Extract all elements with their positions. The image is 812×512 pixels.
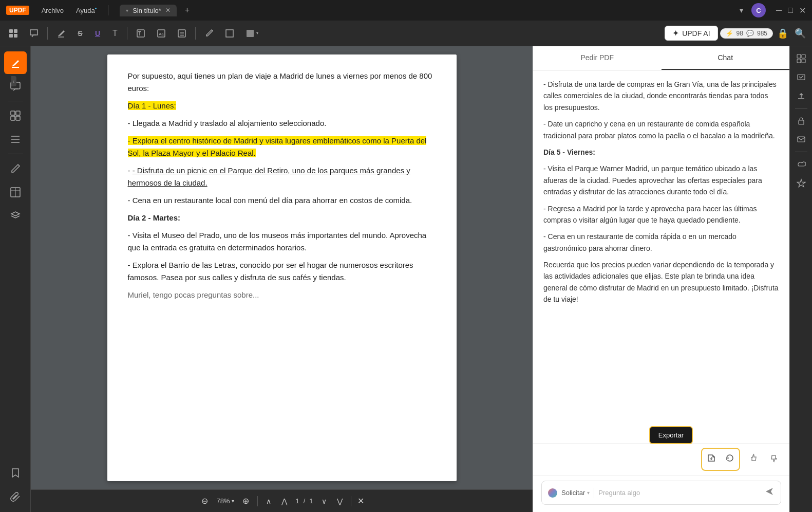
- image-extract-btn[interactable]: [793, 69, 809, 85]
- sidebar-list-btn[interactable]: [4, 128, 27, 151]
- svg-rect-18: [16, 111, 20, 115]
- pdf-bottom-text: Muriel, tengo pocas preguntas sobre...: [128, 289, 436, 301]
- menu-archivo[interactable]: Archivo: [37, 5, 68, 16]
- svg-rect-28: [802, 54, 805, 58]
- view-mode-btn[interactable]: [4, 25, 23, 42]
- ai-content-area: - Disfruta de una tarde de compras en la…: [533, 70, 789, 443]
- export-container: Exportar: [701, 448, 740, 471]
- pdf-day2-heading: Día 2 - Martes:: [128, 212, 436, 224]
- ai-actions-bar: Exportar: [533, 443, 789, 475]
- zoom-in-btn[interactable]: ⊕: [240, 494, 251, 508]
- zoom-value-display[interactable]: 78% ▾: [216, 497, 234, 505]
- input-sep: [594, 488, 594, 498]
- titlebar: UPDF Archivo Ayuda• ▾ Sin título* ✕ + ▾ …: [0, 0, 812, 21]
- cloud-btn[interactable]: [793, 156, 809, 173]
- pdf-page: Por supuesto, aquí tienes un plan de via…: [107, 54, 457, 481]
- active-tab[interactable]: ▾ Sin título* ✕: [120, 5, 177, 16]
- ai-send-btn[interactable]: [764, 486, 775, 499]
- avatar[interactable]: C: [751, 3, 766, 17]
- ai-text-closing: Recuerda que los precios pueden variar d…: [543, 259, 779, 305]
- pen-btn[interactable]: [200, 25, 218, 42]
- minimize-btn[interactable]: ─: [776, 6, 782, 15]
- pdf-day1-heading: Día 1 - Lunes:: [128, 100, 436, 112]
- sep2: [351, 496, 351, 506]
- tab-pedir-pdf[interactable]: Pedir PDF: [533, 46, 662, 70]
- zoom-out-btn[interactable]: ⊖: [199, 494, 210, 508]
- right-sidebar: [789, 46, 812, 512]
- upload-btn[interactable]: [793, 87, 809, 104]
- token-msg-icon: 💬: [746, 30, 754, 37]
- search-icon[interactable]: 🔍: [792, 26, 808, 41]
- window-dropdown[interactable]: ▾: [735, 6, 747, 14]
- close-window-btn[interactable]: ✕: [799, 6, 806, 15]
- ai-button[interactable]: ✦ UPDF AI: [665, 26, 717, 41]
- svg-rect-19: [11, 116, 15, 120]
- maximize-btn[interactable]: □: [788, 6, 793, 15]
- ai-input-area: Solicitar ▾ Pregunta algo: [533, 475, 789, 512]
- svg-rect-32: [799, 120, 804, 124]
- first-page-btn[interactable]: ∧: [264, 496, 273, 506]
- strikethrough-btn[interactable]: S: [72, 25, 88, 42]
- sidebar-attach-btn[interactable]: [4, 485, 27, 508]
- main-toolbar: S U T T Aa ▾ ✦ UPDF AI ⚡ 98 💬 985 🔒 🔍: [0, 21, 812, 46]
- page-number-display: 1 / 1: [295, 497, 313, 505]
- svg-rect-33: [798, 137, 805, 142]
- shape-btn[interactable]: [220, 25, 239, 42]
- sep: [257, 496, 258, 506]
- sep3: [195, 27, 196, 40]
- day1-item2-highlight: - Explora el centro histórico de Madrid …: [128, 136, 427, 157]
- sidebar-bookmark-btn[interactable]: [4, 462, 27, 484]
- email-btn[interactable]: [793, 131, 809, 148]
- tab-title: Sin título*: [133, 7, 161, 14]
- add-tab-btn[interactable]: +: [181, 6, 194, 15]
- pdf-area: Por supuesto, aquí tienes un plan de via…: [31, 46, 533, 512]
- prev-page-btn[interactable]: ⋀: [279, 496, 289, 506]
- star-btn[interactable]: [793, 175, 809, 191]
- ai-mode-select[interactable]: Solicitar ▾: [561, 489, 590, 497]
- text-btn[interactable]: T: [107, 25, 123, 42]
- ai-dots-icon: [548, 488, 557, 498]
- refresh-btn[interactable]: [723, 451, 737, 468]
- tab-close-btn[interactable]: ✕: [165, 7, 171, 14]
- sidebar-edit-btn[interactable]: [4, 157, 27, 180]
- comment-tool-btn[interactable]: [25, 25, 43, 42]
- thumbs-up-btn[interactable]: [746, 451, 761, 468]
- svg-rect-27: [797, 54, 801, 58]
- menu-ayuda[interactable]: Ayuda•: [72, 4, 101, 16]
- list-btn[interactable]: [173, 25, 191, 42]
- sidebar-thumbnails-btn[interactable]: [4, 104, 27, 127]
- sep2: [8, 154, 23, 154]
- ai-input-placeholder[interactable]: Pregunta algo: [598, 489, 760, 497]
- svg-rect-9: [178, 30, 185, 37]
- lock-icon[interactable]: 🔒: [775, 26, 790, 41]
- ocr-tool-btn[interactable]: [793, 50, 809, 67]
- pdf-day1-item2: - Explora el centro histórico de Madrid …: [128, 135, 436, 159]
- svg-text:Aa: Aa: [159, 32, 164, 36]
- sidebar-expand-btn[interactable]: ‹: [11, 76, 16, 86]
- protect-btn[interactable]: [793, 113, 809, 129]
- next-page-btn[interactable]: ∨: [319, 496, 329, 506]
- token-flash-icon: ⚡: [726, 30, 733, 37]
- color-picker-btn[interactable]: ▾: [241, 25, 262, 42]
- close-toolbar-btn[interactable]: ✕: [357, 496, 364, 506]
- sidebar-layers-btn[interactable]: [4, 205, 27, 227]
- export-btn[interactable]: [704, 451, 719, 468]
- token-count-2: 985: [757, 30, 767, 37]
- sidebar-table-btn[interactable]: [4, 181, 27, 204]
- thumbs-down-btn[interactable]: [767, 451, 781, 468]
- underline-btn[interactable]: U: [90, 25, 105, 42]
- bottom-toolbar: ⊖ 78% ▾ ⊕ ∧ ⋀ 1 / 1 ∨ ⋁ ✕: [31, 489, 533, 512]
- tab-arrow: ▾: [126, 8, 128, 13]
- svg-rect-29: [797, 59, 801, 63]
- sidebar-highlight-btn[interactable]: [4, 51, 27, 74]
- tab-chat[interactable]: Chat: [662, 46, 790, 70]
- token-count-1: 98: [737, 30, 743, 37]
- text-format-btn[interactable]: Aa: [152, 25, 171, 42]
- svg-rect-13: [226, 30, 233, 37]
- main-area: ‹ Por: [0, 46, 812, 512]
- highlight-btn[interactable]: [52, 25, 70, 42]
- text-edit-btn[interactable]: T: [131, 25, 150, 42]
- svg-rect-31: [798, 75, 805, 80]
- last-page-btn[interactable]: ⋁: [335, 496, 345, 506]
- ai-text-day5-item2: - Regresa a Madrid por la tarde y aprove…: [543, 203, 779, 226]
